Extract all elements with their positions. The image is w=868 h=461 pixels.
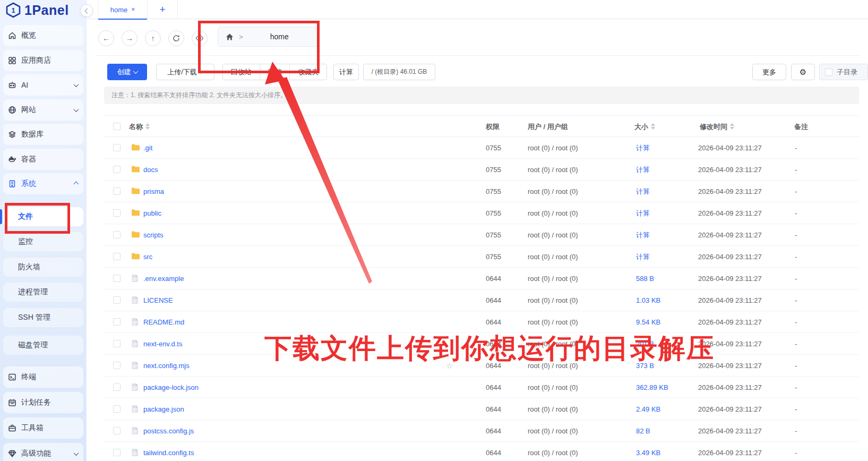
table-row-public[interactable]: public0755root (0) / root (0)计算2026-04-0…: [104, 202, 859, 224]
row-checkbox[interactable]: [113, 449, 121, 456]
file-size-link[interactable]: 2.49 KB: [636, 398, 660, 420]
sidebar-item-防火墙[interactable]: 防火墙: [3, 258, 83, 277]
table-row-package-lock.json[interactable]: package-lock.json0644root (0) / root (0)…: [104, 377, 859, 398]
sidebar-item-监控[interactable]: 监控: [3, 232, 83, 251]
row-checkbox[interactable]: [113, 296, 121, 304]
file-size-link[interactable]: 373 B: [636, 355, 654, 377]
settings-button[interactable]: ⚙: [791, 64, 815, 80]
file-size-link[interactable]: 201 B: [636, 333, 654, 355]
file-name-link[interactable]: LICENSE: [143, 289, 173, 311]
table-row-docs[interactable]: docs0755root (0) / root (0)计算2026-04-09 …: [104, 159, 859, 181]
sidebar-item-磁盘管理[interactable]: 磁盘管理: [3, 336, 83, 355]
nav-toggle-hidden-button[interactable]: [192, 30, 208, 46]
table-row-tailwind.config.ts[interactable]: tailwind.config.ts0644root (0) / root (0…: [104, 442, 859, 461]
sidebar-item-高级功能[interactable]: 高级功能: [3, 443, 83, 461]
terminal-button[interactable]: 终端: [260, 64, 290, 80]
sort-icon[interactable]: [651, 123, 655, 130]
recycle-bin-button[interactable]: 回收站: [223, 64, 260, 80]
file-name-link[interactable]: README.md: [143, 311, 184, 333]
table-row-.env.example[interactable]: .env.example0644root (0) / root (0)588 B…: [104, 268, 859, 289]
select-all-checkbox[interactable]: [113, 123, 121, 130]
row-checkbox[interactable]: [113, 405, 121, 413]
file-size-link[interactable]: 计算: [636, 246, 650, 268]
row-checkbox[interactable]: [113, 253, 121, 260]
sidebar-item-系统[interactable]: 系统: [3, 173, 83, 194]
upload-download-button[interactable]: 上传/下载: [156, 64, 214, 80]
sort-icon[interactable]: [145, 123, 150, 130]
home-icon[interactable]: [226, 33, 234, 41]
table-row-package.json[interactable]: package.json0644root (0) / root (0)2.49 …: [104, 398, 859, 420]
sidebar-item-文件[interactable]: 文件: [3, 207, 83, 226]
file-name-link[interactable]: src: [143, 246, 152, 268]
sidebar-item-终端[interactable]: 终端: [3, 366, 83, 388]
sort-icon[interactable]: [730, 123, 734, 130]
subdirectory-toggle[interactable]: 子目录: [819, 64, 868, 80]
nav-back-button[interactable]: ←: [98, 30, 114, 46]
row-checkbox[interactable]: [113, 144, 121, 151]
sidebar-item-SSH 管理[interactable]: SSH 管理: [3, 308, 83, 327]
tab-home[interactable]: home ×: [98, 0, 148, 19]
create-button[interactable]: 创建: [107, 64, 147, 80]
file-name-link[interactable]: .env.example: [143, 268, 184, 289]
file-size-link[interactable]: 82 B: [636, 420, 650, 442]
table-row-LICENSE[interactable]: LICENSE0644root (0) / root (0)1.03 KB202…: [104, 289, 859, 311]
column-header-size[interactable]: 大小: [634, 116, 655, 138]
calculate-button[interactable]: 计算: [333, 64, 359, 80]
file-size-link[interactable]: 计算: [636, 181, 650, 202]
nav-up-button[interactable]: ↑: [145, 30, 161, 46]
more-button[interactable]: 更多: [752, 64, 786, 80]
row-checkbox[interactable]: [113, 427, 121, 434]
file-size-link[interactable]: 计算: [636, 137, 650, 159]
file-size-link[interactable]: 计算: [636, 224, 650, 246]
file-name-link[interactable]: .git: [143, 137, 152, 159]
sidebar-item-网站[interactable]: 网站: [3, 99, 83, 121]
sidebar-item-AI[interactable]: AI: [3, 74, 83, 96]
file-name-link[interactable]: tailwind.config.ts: [143, 442, 194, 461]
table-row-next-env.d.ts[interactable]: next-env.d.ts0644root (0) / root (0)201 …: [104, 333, 859, 355]
table-row-.git[interactable]: .git0755root (0) / root (0)计算2026-04-09 …: [104, 137, 859, 159]
row-checkbox[interactable]: [113, 209, 121, 217]
file-size-link[interactable]: 计算: [636, 202, 650, 224]
file-name-link[interactable]: package-lock.json: [143, 377, 199, 398]
sidebar-item-数据库[interactable]: 数据库: [3, 124, 83, 145]
file-name-link[interactable]: prisma: [143, 181, 164, 202]
sidebar-item-工具箱[interactable]: 工具箱: [3, 417, 83, 439]
favorites-button[interactable]: 收藏夹: [290, 64, 326, 80]
row-checkbox[interactable]: [113, 275, 121, 282]
breadcrumb-segment-home[interactable]: home: [248, 32, 311, 41]
table-row-next.config.mjs[interactable]: next.config.mjs☆0644root (0) / root (0)3…: [104, 355, 859, 377]
sidebar-item-容器[interactable]: 容器: [3, 149, 83, 170]
row-checkbox[interactable]: [113, 318, 121, 326]
column-header-mtime[interactable]: 修改时间: [700, 116, 734, 138]
file-name-link[interactable]: package.json: [143, 398, 184, 420]
file-name-link[interactable]: next.config.mjs: [143, 355, 190, 377]
file-size-link[interactable]: 362.89 KB: [636, 377, 668, 398]
sidebar-collapse-button[interactable]: [80, 4, 93, 17]
file-name-link[interactable]: scripts: [143, 224, 164, 246]
file-size-link[interactable]: 计算: [636, 159, 650, 181]
sidebar-item-计划任务[interactable]: 计划任务: [3, 392, 83, 413]
file-name-link[interactable]: public: [143, 202, 161, 224]
row-checkbox[interactable]: [113, 187, 121, 195]
table-row-src[interactable]: src0755root (0) / root (0)计算2026-04-09 2…: [104, 246, 859, 268]
file-size-link[interactable]: 1.03 KB: [636, 289, 660, 311]
row-checkbox[interactable]: [113, 362, 121, 369]
nav-forward-button[interactable]: →: [122, 30, 137, 46]
row-checkbox[interactable]: [113, 166, 121, 173]
subdirectory-checkbox[interactable]: [825, 69, 832, 76]
column-header-name[interactable]: 名称: [129, 116, 150, 138]
row-checkbox[interactable]: [113, 340, 121, 347]
file-name-link[interactable]: postcss.config.js: [143, 420, 194, 442]
table-row-README.md[interactable]: README.md0644root (0) / root (0)9.54 KB2…: [104, 311, 859, 333]
table-row-scripts[interactable]: scripts0755root (0) / root (0)计算2026-04-…: [104, 224, 859, 246]
sidebar-item-进程管理[interactable]: 进程管理: [3, 283, 83, 302]
file-size-link[interactable]: 9.54 KB: [636, 311, 660, 333]
row-checkbox[interactable]: [113, 231, 121, 238]
tab-close-icon[interactable]: ×: [131, 6, 135, 13]
file-name-link[interactable]: next-env.d.ts: [143, 333, 182, 355]
nav-refresh-button[interactable]: [168, 30, 184, 46]
sidebar-item-概览[interactable]: 概览: [3, 25, 83, 46]
file-size-link[interactable]: 3.49 KB: [636, 442, 660, 461]
row-checkbox[interactable]: [113, 383, 121, 391]
table-row-prisma[interactable]: prisma0755root (0) / root (0)计算2026-04-0…: [104, 181, 859, 202]
